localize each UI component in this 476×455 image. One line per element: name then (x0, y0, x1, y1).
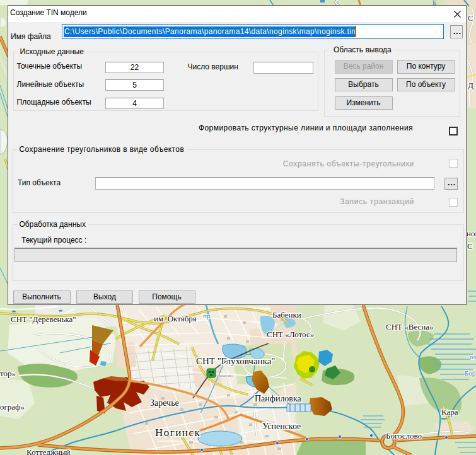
svg-text:Бор: Бор (465, 369, 476, 377)
svg-text:Заречье: Заречье (150, 398, 179, 408)
svg-text:СНТ «Весна»: СНТ «Весна» (386, 322, 434, 331)
svg-text:Коттеджный: Коттеджный (26, 447, 71, 455)
svg-text:Богослово: Богослово (386, 431, 422, 441)
svg-text:пр.: пр. (203, 312, 212, 320)
svg-text:Панфиловка: Панфиловка (255, 394, 302, 403)
svg-text:СНТ "Глуховчанка": СНТ "Глуховчанка" (196, 356, 275, 366)
svg-text:оз: оз (470, 353, 476, 360)
svg-text:С: С (467, 241, 473, 251)
svg-text:Захарово: Захарово (218, 374, 233, 377)
svg-text:Кара: Кара (441, 407, 458, 417)
svg-text:ограф»: ограф» (0, 402, 25, 412)
svg-text:Д: Д (468, 81, 473, 90)
svg-text:СНТ "Деревенька": СНТ "Деревенька" (11, 314, 76, 324)
svg-text:Ногинск: Ногинск (155, 427, 200, 439)
svg-text:Успенское: Успенское (262, 422, 301, 431)
svg-text:им. Октября: им. Октября (154, 314, 197, 323)
svg-text:ноп: ноп (467, 229, 476, 238)
svg-text:тор»: тор» (0, 369, 16, 378)
svg-text:Бабенки: Бабенки (272, 310, 301, 320)
svg-text:С: С (468, 13, 473, 23)
svg-text:СНТ «Лотос»: СНТ «Лотос» (267, 330, 314, 339)
